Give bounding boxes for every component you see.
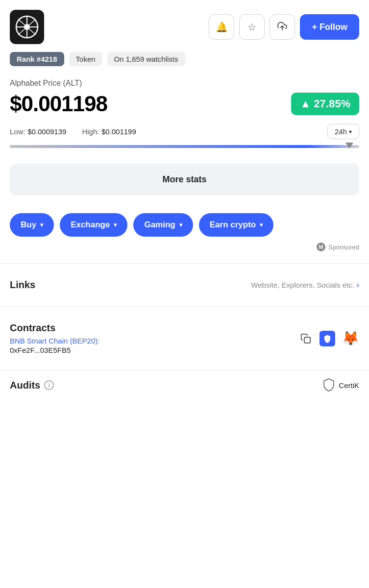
logo-svg <box>15 15 39 39</box>
gaming-chevron-icon: ▾ <box>179 221 182 228</box>
badges-row: Rank #4218 Token On 1,659 watchlists <box>0 52 369 74</box>
low-high-row: Low: $0.0009139 High: $0.001199 24h ▾ <box>10 124 359 139</box>
buy-button[interactable]: Buy ▾ <box>10 213 54 237</box>
price-bar-thumb <box>345 143 353 148</box>
high-section: High: $0.001199 <box>82 127 327 136</box>
divider-1 <box>0 263 369 264</box>
follow-button[interactable]: + Follow <box>300 14 359 40</box>
verify-shield-icon[interactable] <box>320 331 335 346</box>
copy-address-icon[interactable] <box>299 332 313 345</box>
certik-shield-icon <box>323 378 335 392</box>
low-section: Low: $0.0009139 <box>10 127 66 136</box>
contract-address: 0xFe2F...03E5FB5 <box>10 346 299 354</box>
exchange-label: Exchange <box>71 220 110 230</box>
divider-2 <box>0 306 369 307</box>
bell-button[interactable]: 🔔 <box>209 14 234 40</box>
header: 🔔 ☆ + Follow <box>0 0 369 52</box>
buy-label: Buy <box>21 220 36 230</box>
links-label: Links <box>10 279 35 291</box>
contracts-info: Contracts BNB Smart Chain (BEP20): 0xFe2… <box>10 322 299 354</box>
price-range-bar <box>10 145 359 148</box>
sponsored-label: Sponsored <box>328 244 359 251</box>
certik-row: CertiK <box>323 378 359 392</box>
buy-chevron-icon: ▾ <box>40 221 43 228</box>
audits-label: Audits <box>10 380 40 391</box>
high-label: High: <box>82 127 99 136</box>
contract-chain: BNB Smart Chain (BEP20): <box>10 337 299 345</box>
divider-3 <box>0 370 369 370</box>
header-actions: 🔔 ☆ + Follow <box>209 14 359 40</box>
earn-crypto-chevron-icon: ▾ <box>260 221 263 228</box>
share-icon <box>277 21 287 33</box>
type-badge: Token <box>69 52 102 66</box>
links-value: Website, Explorers, Socials etc. <box>251 281 354 289</box>
price-label: Alphabet Price (ALT) <box>10 79 359 88</box>
star-icon: ☆ <box>247 21 256 33</box>
watchlist-badge: On 1,659 watchlists <box>107 52 185 66</box>
links-row[interactable]: Links Website, Explorers, Socials etc. › <box>0 268 369 302</box>
earn-crypto-label: Earn crypto <box>210 220 256 230</box>
certik-label: CertiK <box>339 381 359 390</box>
exchange-button[interactable]: Exchange ▾ <box>60 213 127 237</box>
action-buttons-row: Buy ▾ Exchange ▾ Gaming ▾ Earn crypto ▾ <box>0 205 369 241</box>
high-value: $0.001199 <box>101 127 136 136</box>
contracts-row: Contracts BNB Smart Chain (BEP20): 0xFe2… <box>0 311 369 366</box>
audits-section: Audits i CertiK <box>0 374 369 400</box>
price-section: Alphabet Price (ALT) $0.001198 ▲ 27.85% … <box>0 74 369 139</box>
period-selector[interactable]: 24h ▾ <box>327 124 359 139</box>
more-stats-button[interactable]: More stats <box>10 164 359 196</box>
price-row: $0.001198 ▲ 27.85% <box>10 92 359 116</box>
rank-badge: Rank #4218 <box>10 52 64 66</box>
low-label: Low: <box>10 127 25 136</box>
price-value: $0.001198 <box>10 92 107 116</box>
share-button[interactable] <box>270 14 295 40</box>
period-label: 24h <box>335 127 347 136</box>
token-logo <box>10 10 44 44</box>
period-chevron-icon: ▾ <box>349 128 352 135</box>
audits-left: Audits i <box>10 380 54 391</box>
contracts-label: Contracts <box>10 322 299 334</box>
exchange-chevron-icon: ▾ <box>114 221 117 228</box>
links-chevron-icon: › <box>356 280 359 290</box>
audits-info-icon[interactable]: i <box>44 380 54 390</box>
bell-icon: 🔔 <box>216 21 228 33</box>
contract-action-icons: 🦊 <box>299 330 359 346</box>
earn-crypto-button[interactable]: Earn crypto ▾ <box>199 213 273 237</box>
watchlist-button[interactable]: ☆ <box>239 14 265 40</box>
links-link[interactable]: Website, Explorers, Socials etc. › <box>251 280 359 290</box>
metamask-icon[interactable]: 🦊 <box>342 330 359 346</box>
sponsored-row: M Sponsored <box>0 241 369 259</box>
gaming-label: Gaming <box>144 220 175 230</box>
sponsored-logo-icon: M <box>317 243 325 251</box>
svg-rect-7 <box>304 337 310 343</box>
low-value: $0.0009139 <box>27 127 66 136</box>
percent-change-badge: ▲ 27.85% <box>291 93 359 115</box>
gaming-button[interactable]: Gaming ▾ <box>133 213 193 237</box>
